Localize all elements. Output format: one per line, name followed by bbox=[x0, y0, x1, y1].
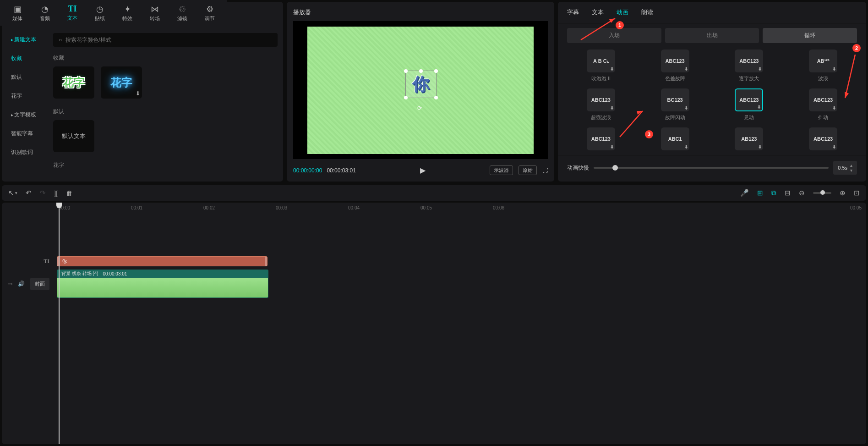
timeline-toolbar: ↖▾ ↶ ↷ ][ 🗑 🎤 ⊞ ⧉ ⊟ ⊖ ⊕ ⊡ bbox=[2, 185, 866, 201]
resize-handle[interactable] bbox=[404, 96, 408, 99]
anim-shake[interactable]: ABC123⬇ bbox=[735, 88, 763, 111]
preset-huazi-green[interactable]: 花字 bbox=[53, 66, 94, 99]
filter-icon: ♲ bbox=[179, 4, 186, 14]
resize-handle[interactable] bbox=[434, 69, 438, 73]
tool-audio[interactable]: ◔音频 bbox=[31, 3, 59, 23]
undo-button[interactable]: ↶ bbox=[26, 189, 32, 197]
resize-handle[interactable] bbox=[434, 96, 438, 99]
anim-item[interactable]: ABC123⬇ bbox=[587, 127, 615, 150]
mute-icon[interactable]: 🔊 bbox=[18, 281, 25, 287]
anim-strongwave[interactable]: ABC123⬇ bbox=[587, 88, 615, 111]
speed-value-box[interactable]: 0.5s ▴▾ bbox=[833, 161, 857, 175]
oscilloscope-button[interactable]: 示波器 bbox=[490, 165, 513, 175]
download-icon[interactable]: ⬇ bbox=[757, 105, 761, 110]
search-box[interactable]: ○ bbox=[53, 33, 278, 47]
search-input[interactable] bbox=[66, 37, 272, 43]
cover-button[interactable]: 封面 bbox=[30, 278, 49, 290]
play-button[interactable]: ▶ bbox=[420, 166, 426, 175]
stage[interactable]: 你 ⟳ bbox=[307, 27, 534, 154]
resize-handle[interactable] bbox=[404, 69, 408, 73]
anim-glitch[interactable]: BC123⬇ bbox=[661, 88, 689, 111]
timeline-ruler[interactable]: 00:00 00:01 00:02 00:03 00:04 00:05 00:0… bbox=[2, 203, 866, 214]
download-icon[interactable]: ⬇ bbox=[832, 144, 836, 149]
timeline[interactable]: 00:00 00:01 00:02 00:03 00:04 00:05 00:0… bbox=[2, 203, 866, 444]
download-icon[interactable]: ⬇ bbox=[684, 144, 688, 149]
sidebar-template[interactable]: ▸文字模板 bbox=[5, 106, 44, 123]
snap-button[interactable]: ⊞ bbox=[757, 189, 763, 197]
player-controls: 00:00:00:00 00:00:03:01 ▶ 示波器 原始 ⛶ bbox=[293, 159, 548, 175]
tracks-area: TI 你 ▭ 🔊 封面 背景 线条 转场 (4) 00:00:03:01 bbox=[2, 214, 866, 298]
zoom-thumb[interactable] bbox=[820, 190, 825, 195]
anim-bubble[interactable]: A B C₁⬇ bbox=[587, 50, 615, 72]
resize-handle[interactable] bbox=[419, 69, 423, 73]
tool-transition[interactable]: ⋈转场 bbox=[141, 3, 169, 23]
tab-read[interactable]: 朗读 bbox=[641, 8, 653, 17]
download-icon[interactable]: ⬇ bbox=[758, 144, 762, 149]
download-icon[interactable]: ⬇ bbox=[832, 105, 836, 110]
cursor-tool[interactable]: ↖▾ bbox=[8, 189, 17, 197]
video-clip[interactable]: 背景 线条 转场 (4) 00:00:03:01 bbox=[57, 270, 268, 298]
tab-animation[interactable]: 动画 bbox=[617, 8, 628, 17]
sidebar-new-text[interactable]: ▸新建文本 bbox=[5, 31, 44, 48]
anim-item[interactable]: ABC123⬇ bbox=[809, 127, 837, 150]
download-icon[interactable]: ⬇ bbox=[758, 66, 762, 72]
sidebar-huazi[interactable]: 花字 bbox=[5, 88, 44, 105]
download-icon[interactable]: ⬇ bbox=[610, 105, 614, 110]
redo-button[interactable]: ↷ bbox=[40, 189, 46, 197]
player-canvas[interactable]: 你 ⟳ bbox=[293, 21, 548, 159]
fullscreen-icon[interactable]: ⛶ bbox=[542, 167, 548, 174]
slider-thumb[interactable] bbox=[612, 165, 618, 171]
align-button[interactable]: ⊟ bbox=[785, 189, 791, 197]
zoom-slider[interactable] bbox=[813, 192, 831, 194]
zoom-fit-button[interactable]: ⊡ bbox=[854, 189, 860, 197]
anim-item[interactable]: ABC1⬇ bbox=[661, 127, 689, 150]
anim-zoom[interactable]: ABC123⬇ bbox=[735, 50, 763, 72]
lock-icon[interactable]: ▭ bbox=[7, 281, 12, 287]
video-clip-body[interactable] bbox=[57, 278, 268, 298]
anim-chroma[interactable]: ABC123⬇ bbox=[661, 50, 689, 72]
playhead[interactable] bbox=[59, 203, 60, 444]
text-clip[interactable]: 你 bbox=[57, 256, 267, 266]
speed-slider[interactable] bbox=[594, 167, 829, 169]
download-icon[interactable]: ⬇ bbox=[136, 90, 140, 97]
stepper-icon[interactable]: ▴▾ bbox=[850, 163, 852, 173]
effect-icon: ✦ bbox=[124, 4, 131, 14]
sidebar-favorites[interactable]: 收藏 bbox=[5, 50, 44, 67]
canvas-text[interactable]: 你 bbox=[412, 72, 430, 96]
chevron-icon: ▸ bbox=[11, 37, 13, 42]
download-icon[interactable]: ⬇ bbox=[684, 105, 688, 110]
anim-tab-out[interactable]: 出场 bbox=[665, 28, 759, 43]
text-selection-box[interactable]: 你 ⟳ bbox=[405, 71, 437, 98]
sidebar-smart-subtitle[interactable]: 智能字幕 bbox=[5, 125, 44, 142]
zoom-out-button[interactable]: ⊖ bbox=[799, 189, 805, 197]
download-icon[interactable]: ⬇ bbox=[610, 144, 614, 149]
tool-sticker[interactable]: ◷贴纸 bbox=[86, 3, 114, 23]
download-icon[interactable]: ⬇ bbox=[684, 66, 688, 72]
split-button[interactable]: ][ bbox=[54, 189, 58, 197]
preset-default-text[interactable]: 默认文本 bbox=[53, 120, 94, 152]
download-icon[interactable]: ⬇ bbox=[610, 66, 614, 72]
preset-huazi-blue[interactable]: 花字⬇ bbox=[101, 66, 142, 99]
anim-item[interactable]: AB123⬇ bbox=[735, 127, 763, 150]
tool-effect[interactable]: ✦特效 bbox=[114, 3, 141, 23]
zoom-in-button[interactable]: ⊕ bbox=[840, 189, 846, 197]
tool-media[interactable]: ▣媒体 bbox=[4, 3, 31, 23]
delete-button[interactable]: 🗑 bbox=[66, 189, 73, 197]
sidebar-default[interactable]: 默认 bbox=[5, 69, 44, 86]
anim-tremble[interactable]: ABC123⬇ bbox=[809, 88, 837, 111]
link-button[interactable]: ⧉ bbox=[771, 189, 776, 197]
rotate-icon[interactable]: ⟳ bbox=[417, 105, 425, 112]
tab-subtitle[interactable]: 字幕 bbox=[567, 8, 579, 17]
speed-control: 动画快慢 0.5s ▴▾ bbox=[558, 155, 866, 180]
tool-text[interactable]: TI文本 bbox=[59, 3, 86, 23]
original-button[interactable]: 原始 bbox=[519, 165, 537, 175]
download-icon[interactable]: ⬇ bbox=[832, 66, 836, 72]
anim-tab-loop[interactable]: 循环 bbox=[763, 28, 857, 43]
sidebar-lyrics[interactable]: 识别歌词 bbox=[5, 144, 44, 161]
anim-wave[interactable]: AB¹²³⬇ bbox=[809, 50, 837, 72]
mic-button[interactable]: 🎤 bbox=[740, 189, 749, 197]
tool-filter[interactable]: ♲滤镜 bbox=[169, 3, 196, 23]
anim-tab-in[interactable]: 入场 bbox=[567, 28, 661, 43]
tool-adjust[interactable]: ⚙调节 bbox=[196, 3, 224, 23]
tab-text[interactable]: 文本 bbox=[592, 8, 604, 17]
